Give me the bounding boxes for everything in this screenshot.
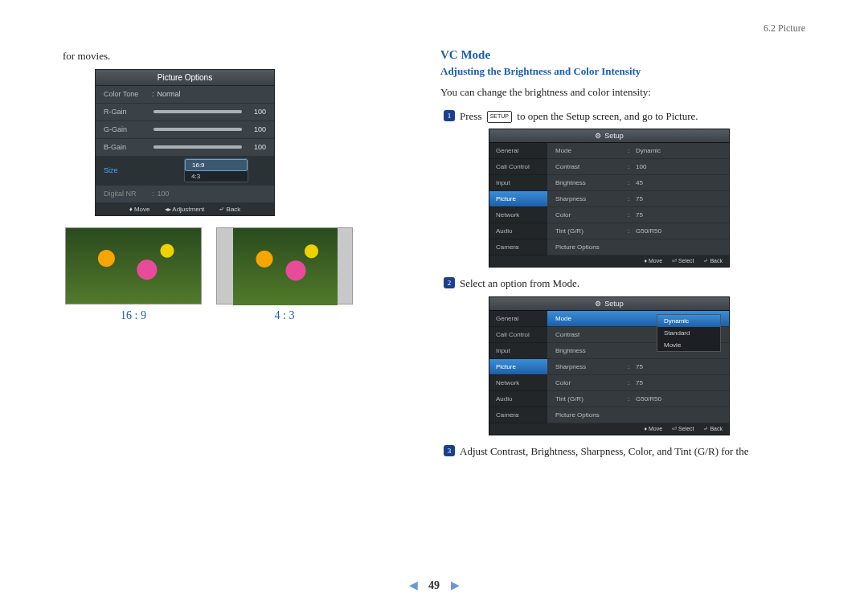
gear-icon: ⚙ (595, 300, 601, 308)
row-contrast[interactable]: Contrast:100 (547, 159, 729, 175)
slider[interactable] (154, 128, 242, 131)
step-badge-1: 1 (444, 110, 455, 121)
next-page-icon[interactable]: ▶ (451, 579, 460, 591)
side-general[interactable]: General (489, 311, 547, 327)
setup-sidebar: General Call Control Input Picture Netwo… (489, 143, 547, 255)
side-call-control[interactable]: Call Control (489, 327, 547, 343)
heading-vc-mode: VC Mode (440, 48, 794, 62)
row-size[interactable]: Size 16:9 4:3 (96, 157, 274, 186)
ratio-43-label: 4 : 3 (216, 309, 353, 322)
slider[interactable] (154, 110, 242, 113)
picture-options-panel: Picture Options Color Tone : Normal R-Ga… (95, 69, 275, 216)
section-header: 6.2 Picture (764, 22, 805, 35)
row-sharpness[interactable]: Sharpness:75 (547, 191, 729, 207)
side-network[interactable]: Network (489, 375, 547, 391)
row-color-tone[interactable]: Color Tone : Normal (96, 86, 274, 104)
row-color[interactable]: Color:75 (547, 207, 729, 223)
setup-title-2: ⚙Setup (489, 297, 729, 311)
row-r-gain[interactable]: R-Gain 100 (96, 104, 274, 121)
side-call-control[interactable]: Call Control (489, 159, 547, 175)
side-audio[interactable]: Audio (489, 223, 547, 239)
size-opt-43[interactable]: 4:3 (185, 171, 248, 182)
row-brightness[interactable]: Brightness:45 (547, 175, 729, 191)
side-network[interactable]: Network (489, 207, 547, 223)
row-b-gain[interactable]: B-Gain 100 (96, 139, 274, 157)
step-1: 1 Press SETUP to open the Setup screen, … (444, 108, 794, 125)
step-badge-2: 2 (444, 277, 455, 288)
mode-opt-standard[interactable]: Standard (657, 327, 720, 339)
lead-text: for movies. (63, 48, 400, 64)
setup-panel-2: ⚙Setup General Call Control Input Pictur… (489, 296, 730, 435)
side-input[interactable]: Input (489, 343, 547, 359)
step-2: 2 Select an option from Mode. (444, 276, 794, 292)
side-camera[interactable]: Camera (489, 407, 547, 423)
prev-page-icon[interactable]: ◀ (409, 579, 418, 591)
side-audio[interactable]: Audio (489, 391, 547, 407)
setup-footer: ♦ Move ⏎ Select ⤶ Back (489, 255, 729, 267)
picture-options-title: Picture Options (96, 70, 274, 86)
row-digital-nr[interactable]: Digital NR : 100 (96, 186, 274, 203)
heading-adjusting: Adjusting the Brightness and Color Inten… (440, 65, 794, 78)
size-dropdown[interactable]: 16:9 4:3 (184, 158, 248, 182)
thumb-43 (216, 227, 353, 304)
step-badge-3: 3 (444, 445, 455, 456)
size-opt-169[interactable]: 16:9 (185, 159, 248, 171)
setup-sidebar-2: General Call Control Input Picture Netwo… (489, 311, 547, 423)
side-picture[interactable]: Picture (489, 191, 547, 207)
side-general[interactable]: General (489, 143, 547, 159)
side-input[interactable]: Input (489, 175, 547, 191)
setup-footer-2: ♦ Move ⏎ Select ⤶ Back (489, 423, 729, 435)
row-g-gain[interactable]: G-Gain 100 (96, 121, 274, 139)
setup-panel-1: ⚙Setup General Call Control Input Pictur… (489, 129, 730, 268)
page-nav: ◀ 49 ▶ (0, 578, 868, 592)
side-camera[interactable]: Camera (489, 239, 547, 255)
row-picture-options[interactable]: Picture Options (547, 407, 729, 423)
setup-title: ⚙Setup (489, 129, 729, 143)
row-tint[interactable]: Tint (G/R):G50/R50 (547, 223, 729, 239)
thumb-169 (65, 227, 202, 304)
gear-icon: ⚙ (595, 132, 601, 140)
row-sharpness[interactable]: Sharpness:75 (547, 359, 729, 375)
step-3: 3 Adjust Contrast, Brightness, Sharpness… (444, 443, 794, 460)
ratio-169-label: 16 : 9 (65, 309, 202, 322)
page-number: 49 (428, 579, 440, 591)
row-mode[interactable]: Mode:Dynamic (547, 143, 729, 159)
side-picture[interactable]: Picture (489, 359, 547, 375)
row-picture-options[interactable]: Picture Options (547, 239, 729, 255)
panel-footer: ♦ Move ◂▸ Adjustment ⤶ Back (96, 203, 274, 215)
setup-keycap: SETUP (487, 111, 512, 123)
row-tint[interactable]: Tint (G/R):G50/R50 (547, 391, 729, 407)
intro-text: You can change the brightness and color … (440, 84, 794, 100)
mode-opt-dynamic[interactable]: Dynamic (657, 315, 720, 327)
slider[interactable] (154, 145, 242, 149)
row-color[interactable]: Color:75 (547, 375, 729, 391)
mode-dropdown[interactable]: Dynamic Standard Movie (657, 314, 721, 352)
mode-opt-movie[interactable]: Movie (657, 339, 720, 351)
